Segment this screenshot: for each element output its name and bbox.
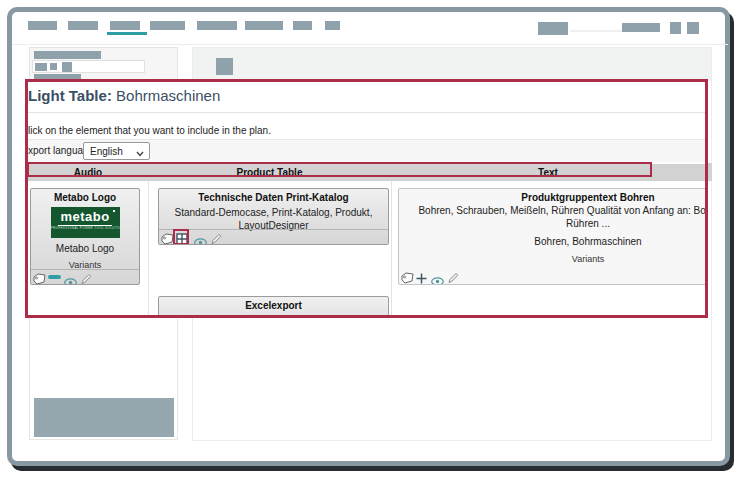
variants-label: Variants [31,260,139,270]
card-title: Metabo Logo [31,192,139,203]
column-header-overflow [708,163,712,181]
nav-icon-placeholder[interactable] [687,22,699,34]
variants-label: Variants [399,254,708,264]
main-panel-icon-placeholder [216,58,233,75]
title-divider [28,112,705,113]
card-title: Excelexport [159,300,388,311]
table-grid-icon-annotation-box [173,229,189,245]
application-window: Light Table: Bohrmaschinen lick on the e… [0,0,740,478]
sidebar-title-placeholder [34,51,101,59]
card-action-row [399,269,708,284]
page-title-label: Light Table: [28,87,112,104]
nav-item-placeholder[interactable] [197,21,237,30]
card-technische-daten[interactable]: Technische Daten Print-Katalog Standard-… [158,188,389,245]
audio-bar-icon[interactable] [48,275,61,279]
column-header-annotation-box [27,162,652,177]
eye-icon[interactable] [64,273,77,285]
column-separator [148,181,149,315]
card-title: Technische Daten Print-Katalog [159,192,388,203]
nav-item-placeholder[interactable] [245,21,283,30]
column-separator [391,181,392,315]
metabo-logo-word: metabo [58,210,111,226]
main-panel-header-area [193,48,711,81]
eye-icon[interactable] [194,233,207,245]
nav-item-placeholder[interactable] [293,21,312,30]
light-table-annotated-region: Light Table: Bohrmaschinen lick on the e… [25,79,708,318]
tag-icon[interactable] [401,270,414,285]
window-content: Light Table: Bohrmaschinen lick on the e… [12,12,728,463]
page-title-value: Bohrmaschinen [116,87,220,104]
card-subline: Bohren, Bohrmaschinen [399,236,708,249]
pencil-icon[interactable] [80,271,92,285]
card-produktgruppentext[interactable]: Produktgruppentext Bohren Bohren, Schrau… [398,188,708,285]
nav-item-placeholder[interactable] [150,21,185,30]
export-language-select[interactable]: English [83,142,150,160]
plus-icon[interactable] [416,270,427,285]
metabo-logo-tagline: PROFESSIONAL POWER TOOL SOLUTIONS [51,226,120,230]
sidebar-bottom-block [34,398,174,437]
instruction-text: lick on the element that you want to inc… [28,125,271,136]
card-title: Produktgruppentext Bohren [399,192,708,203]
card-action-row [31,269,139,284]
nav-item-placeholder[interactable] [68,21,98,30]
card-excelexport[interactable]: Excelexport [158,296,389,318]
active-tab-underline [107,32,147,35]
nav-item-placeholder[interactable] [28,21,57,30]
tag-icon[interactable] [33,271,46,285]
sidebar-filter-chip [62,62,72,72]
card-element-name: Metabo Logo [31,243,139,256]
pencil-icon[interactable] [447,270,459,285]
sidebar-filter-chip [50,63,57,70]
card-body-line2: Rühren ... [399,218,708,231]
card-metabo-logo[interactable]: Metabo Logo metabo PROFESSIONAL POWER TO… [30,188,140,285]
page-title: Light Table: Bohrmaschinen [28,87,698,104]
sidebar-filter-placeholder[interactable] [32,60,145,73]
nav-item-placeholder[interactable] [325,21,340,30]
nav-item-placeholder-active[interactable] [110,21,140,30]
chevron-down-icon [136,148,144,159]
metabo-logo-image: metabo PROFESSIONAL POWER TOOL SOLUTIONS [51,207,120,238]
card-body-line1: Bohren, Schrauben, Meißeln, Rühren Quali… [399,205,708,218]
nav-dropdown-placeholder[interactable] [538,22,568,35]
export-language-value: English [90,146,123,157]
nav-item-placeholder[interactable] [622,23,660,32]
nav-icon-placeholder[interactable] [670,22,681,34]
pencil-icon[interactable] [210,231,222,245]
nav-divider [570,30,622,32]
card-action-row [159,229,388,244]
metabo-trademark-dot [113,210,115,212]
nav-bottom-divider [12,44,728,45]
eye-icon[interactable] [431,272,444,285]
sidebar-filter-chip [35,63,47,71]
